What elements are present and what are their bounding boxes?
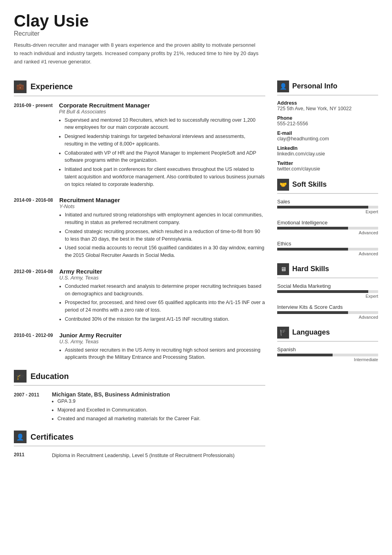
soft-skill-level-1: Advanced [277, 230, 378, 235]
soft-skill-name-0: Sales [277, 199, 378, 205]
hard-skill-bar-container-1 [277, 311, 378, 314]
exp-date-2: 2014-09 - 2016-08 [14, 197, 53, 261]
exp-date-4: 2010-01 - 2012-09 [14, 332, 53, 363]
address-value: 725 5th Ave, New York, NY 10022 [277, 106, 378, 111]
soft-skill-level-2: Advanced [277, 251, 378, 256]
edu-content-1: Michigan State, BS, Business Administrat… [52, 391, 200, 423]
phone-value: 555-212-5556 [277, 121, 378, 126]
hard-skill-0: Social Media Marketing Expert [277, 283, 378, 299]
soft-skill-bar-fill-2 [277, 248, 348, 251]
soft-skill-1: Emotional Intelligence Advanced [277, 220, 378, 235]
candidate-title: Recruiter [14, 30, 378, 37]
languages-label: Languages [292, 328, 330, 337]
experience-section-header: 💼 Experience [14, 80, 265, 93]
soft-skill-name-2: Ethics [277, 241, 378, 247]
phone-block: Phone 555-212-5556 [277, 115, 378, 126]
soft-skill-name-1: Emotional Intelligence [277, 220, 378, 226]
phone-label: Phone [277, 115, 378, 121]
edu-entry-1: 2007 - 2011 Michigan State, BS, Business… [14, 391, 265, 423]
edu-date-1: 2007 - 2011 [14, 391, 46, 423]
hard-skill-level-0: Expert [277, 294, 378, 299]
hard-skills-list: Social Media Marketing Expert Interview … [277, 283, 378, 320]
exp-bullet-1-3: Initiated and took part in conferences f… [65, 166, 265, 188]
soft-skill-bar-fill-0 [277, 206, 368, 209]
exp-bullets-2: Initiated and nurtured strong relationsh… [59, 211, 265, 259]
personal-info-divider [277, 95, 378, 96]
soft-skills-icon: 🤝 [277, 179, 289, 191]
languages-divider [277, 341, 378, 342]
hard-skills-section-header: 🖥 Hard Skills [277, 263, 378, 275]
education-list: 2007 - 2011 Michigan State, BS, Business… [14, 391, 265, 423]
exp-company-1: Pit Bull & Associates [59, 109, 265, 115]
twitter-value: twitter.com/clayusie [277, 166, 378, 172]
edu-institution-1: Michigan State, BS, Business Administrat… [52, 391, 200, 398]
exp-bullet-2-0: Initiated and nurtured strong relationsh… [65, 211, 265, 226]
exp-company-2: Y-Nots [59, 203, 265, 209]
exp-bullets-4: Assisted senior recruiters in the US Arm… [59, 346, 265, 362]
email-value: clay@headhunting.com [277, 136, 378, 142]
hard-skill-bar-container-0 [277, 290, 378, 293]
hard-skill-bar-fill-0 [277, 290, 368, 293]
linkedin-label: LinkedIn [277, 145, 378, 151]
personal-info-icon: 👤 [277, 80, 289, 92]
certificates-label: Certificates [30, 433, 74, 442]
experience-divider [14, 96, 265, 96]
soft-skill-2: Ethics Advanced [277, 241, 378, 256]
linkedin-value: linkedin.com/clay.usie [277, 151, 378, 157]
cert-date-1: 2011 [14, 452, 46, 459]
exp-title-1: Corporate Recruitment Manager [59, 102, 265, 109]
edu-bullet-1-1: Majored and Excelled in Communication. [57, 406, 200, 414]
soft-skills-divider [277, 193, 378, 194]
resume-header: Clay Usie Recruiter Results-driven recru… [14, 12, 378, 66]
exp-title-3: Army Recruiter [59, 268, 265, 275]
hard-skill-level-1: Advanced [277, 315, 378, 320]
exp-entry-1: 2016-09 - present Corporate Recruitment … [14, 102, 265, 190]
exp-title-4: Junior Army Recruiter [59, 332, 265, 339]
exp-bullet-3-0: Conducted market research and analysis t… [65, 283, 265, 298]
soft-skill-bar-container-0 [277, 206, 378, 209]
exp-bullet-2-1: Created strategic recruiting processes, … [65, 228, 265, 243]
exp-bullet-1-1: Designed leadership trainings for target… [65, 133, 265, 148]
exp-bullet-3-2: Contributed 30% of the mission for the l… [65, 316, 265, 323]
lang-bar-fill-0 [277, 354, 333, 356]
lang-bar-container-0 [277, 354, 378, 356]
hard-skill-name-0: Social Media Marketing [277, 283, 378, 289]
page: Clay Usie Recruiter Results-driven recru… [0, 0, 392, 475]
exp-date-3: 2012-09 - 2014-08 [14, 268, 53, 325]
exp-company-3: U.S. Army, Texas [59, 275, 265, 281]
exp-bullets-1: Supervised and mentored 10 Recruiters, w… [59, 117, 265, 188]
languages-list: Spanish Intermediate [277, 346, 378, 362]
lang-level-0: Intermediate [277, 357, 378, 362]
main-layout: 💼 Experience 2016-09 - present Corporate… [14, 73, 378, 463]
languages-icon: 🏴 [277, 327, 289, 339]
exp-bullet-3-1: Prospected for, processed, and hired ove… [65, 299, 265, 314]
linkedin-block: LinkedIn linkedin.com/clay.usie [277, 145, 378, 157]
candidate-summary: Results-driven recruiter and manager wit… [14, 41, 259, 66]
soft-skills-section-header: 🤝 Soft Skills [277, 179, 378, 191]
personal-info-label: Personal Info [292, 82, 337, 90]
education-icon: 🎓 [14, 370, 27, 383]
soft-skill-0: Sales Expert [277, 199, 378, 214]
certificates-divider [14, 446, 265, 446]
hard-skill-bar-fill-1 [277, 311, 348, 314]
exp-content-4: Junior Army Recruiter U.S. Army, Texas A… [59, 332, 265, 363]
lang-name-0: Spanish [277, 346, 378, 352]
exp-bullets-3: Conducted market research and analysis t… [59, 283, 265, 323]
soft-skill-level-0: Expert [277, 209, 378, 214]
exp-bullet-4-0: Assisted senior recruiters in the US Arm… [65, 346, 265, 362]
education-label: Education [30, 372, 69, 381]
education-divider [14, 385, 265, 386]
twitter-label: Twitter [277, 161, 378, 166]
lang-item-0: Spanish Intermediate [277, 346, 378, 362]
address-block: Address 725 5th Ave, New York, NY 10022 [277, 100, 378, 111]
soft-skill-bar-container-1 [277, 227, 378, 230]
languages-section-header: 🏴 Languages [277, 327, 378, 339]
twitter-block: Twitter twitter.com/clayusie [277, 161, 378, 172]
hard-skill-name-1: Interview Kits & Score Cards [277, 304, 378, 310]
certificates-section-header: 👤 Certificates [14, 431, 265, 443]
soft-skill-bar-fill-1 [277, 227, 348, 230]
experience-label: Experience [30, 82, 73, 91]
hard-skills-icon: 🖥 [277, 263, 289, 275]
exp-bullet-2-2: Used social media accounts to recruit 15… [65, 244, 265, 259]
exp-date-1: 2016-09 - present [14, 102, 53, 190]
